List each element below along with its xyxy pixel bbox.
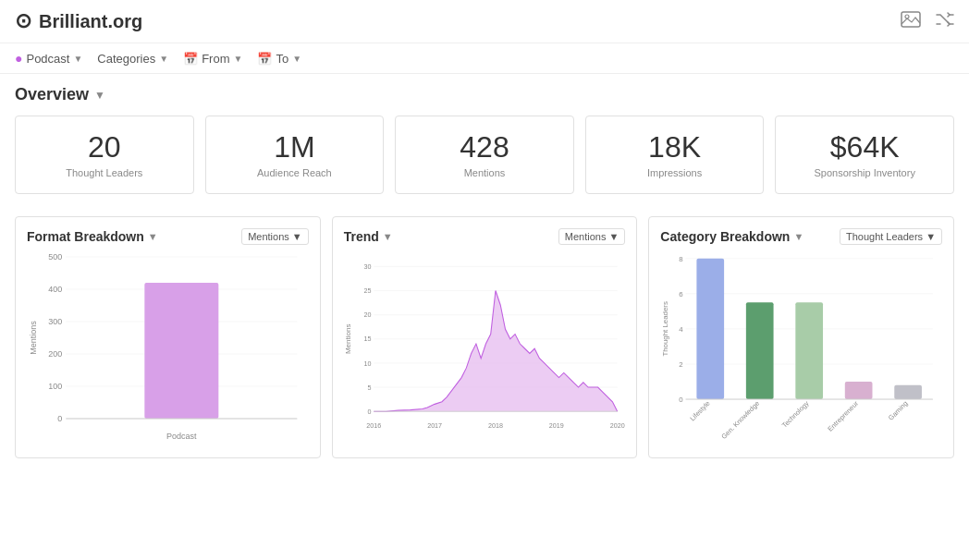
calendar-from-icon: 📅 — [183, 52, 198, 66]
svg-rect-49 — [746, 303, 774, 400]
svg-text:20: 20 — [363, 312, 371, 320]
svg-text:6: 6 — [680, 290, 684, 298]
podcast-label: Podcast — [26, 52, 69, 66]
format-breakdown-card: Format Breakdown ▼ Mentions ▼ 5004003002… — [15, 216, 321, 458]
format-breakdown-header: Format Breakdown ▼ Mentions ▼ — [27, 228, 309, 245]
header-actions — [901, 11, 954, 32]
stat-label: Sponsorship Inventory — [787, 167, 942, 178]
categories-label: Categories — [97, 52, 155, 66]
category-filter-icon: ▼ — [793, 231, 803, 242]
podcast-filter[interactable]: ● Podcast ▼ — [15, 51, 82, 66]
svg-text:30: 30 — [363, 263, 371, 271]
overview-section: Overview ▼ 20 Thought Leaders1M Audience… — [0, 74, 969, 216]
stat-value: $64K — [787, 131, 942, 164]
svg-text:Thought Leaders: Thought Leaders — [661, 301, 669, 356]
to-filter[interactable]: 📅 To ▼ — [257, 52, 301, 66]
stat-value: 20 — [27, 131, 182, 164]
svg-text:2019: 2019 — [549, 422, 564, 430]
svg-text:2020: 2020 — [609, 422, 624, 430]
podcast-arrow: ▼ — [73, 54, 82, 64]
svg-text:5: 5 — [367, 384, 371, 392]
svg-text:Mentions: Mentions — [29, 321, 38, 355]
svg-text:Lifestyle: Lifestyle — [689, 399, 712, 422]
to-label: To — [276, 52, 288, 66]
calendar-to-icon: 📅 — [257, 52, 272, 66]
stat-label: Thought Leaders — [27, 167, 182, 178]
svg-text:25: 25 — [363, 287, 371, 295]
podcast-icon: ● — [15, 51, 22, 66]
trend-mentions-dropdown[interactable]: Mentions ▼ — [558, 228, 626, 245]
stat-card-1: 1M Audience Reach — [205, 116, 385, 194]
stat-cards: 20 Thought Leaders1M Audience Reach428 M… — [15, 116, 954, 194]
trend-title: Trend ▼ — [344, 229, 393, 244]
svg-text:0: 0 — [57, 414, 62, 423]
to-arrow: ▼ — [292, 54, 301, 64]
header: ⊙ Brilliant.org — [0, 0, 969, 43]
dropdown-arrow: ▼ — [292, 231, 302, 242]
svg-text:100: 100 — [48, 382, 62, 391]
trend-filter-icon: ▼ — [383, 231, 393, 242]
stat-card-0: 20 Thought Leaders — [15, 116, 194, 194]
overview-label: Overview — [15, 85, 89, 104]
image-icon[interactable] — [901, 11, 921, 32]
stat-card-2: 428 Mentions — [395, 116, 574, 194]
svg-text:8: 8 — [680, 255, 684, 263]
trend-header: Trend ▼ Mentions ▼ — [344, 228, 626, 245]
category-breakdown-header: Category Breakdown ▼ Thought Leaders ▼ — [660, 228, 942, 245]
svg-text:15: 15 — [363, 336, 371, 344]
svg-text:500: 500 — [48, 252, 62, 262]
svg-text:0: 0 — [367, 408, 371, 416]
svg-text:10: 10 — [363, 360, 371, 368]
svg-text:Gen. Knowledge: Gen. Knowledge — [720, 399, 762, 441]
svg-rect-52 — [895, 385, 923, 399]
overview-title: Overview ▼ — [15, 85, 954, 104]
format-breakdown-title: Format Breakdown ▼ — [27, 229, 158, 244]
app-logo: ⊙ Brilliant.org — [15, 9, 901, 33]
category-breakdown-card: Category Breakdown ▼ Thought Leaders ▼ 8… — [648, 216, 954, 458]
svg-rect-51 — [845, 382, 873, 399]
svg-text:2018: 2018 — [488, 422, 503, 430]
svg-text:300: 300 — [48, 317, 62, 326]
stat-value: 1M — [217, 131, 373, 164]
categories-arrow: ▼ — [159, 54, 168, 64]
stat-card-3: 18K Impressions — [585, 116, 765, 194]
svg-text:Technology: Technology — [780, 399, 811, 430]
svg-rect-50 — [796, 303, 824, 400]
svg-text:Gaming: Gaming — [887, 399, 910, 422]
stat-label: Mentions — [407, 167, 562, 178]
svg-text:200: 200 — [48, 349, 62, 359]
svg-text:4: 4 — [680, 325, 684, 334]
svg-text:Entrepreneur: Entrepreneur — [827, 399, 861, 433]
from-filter[interactable]: 📅 From ▼ — [183, 52, 242, 66]
stat-label: Impressions — [597, 167, 753, 178]
format-filter-icon: ▼ — [148, 231, 158, 242]
stat-card-4: $64K Sponsorship Inventory — [775, 116, 954, 194]
svg-text:2017: 2017 — [427, 422, 442, 430]
svg-text:0: 0 — [680, 396, 684, 404]
charts-row: Format Breakdown ▼ Mentions ▼ 5004003002… — [0, 216, 969, 473]
svg-rect-48 — [697, 259, 725, 399]
svg-text:Podcast: Podcast — [166, 432, 197, 441]
app-title: Brilliant.org — [39, 11, 142, 32]
logo-icon: ⊙ — [15, 9, 31, 33]
stat-value: 428 — [407, 131, 562, 164]
dropdown-arrow: ▼ — [926, 231, 936, 242]
category-thought-leaders-dropdown[interactable]: Thought Leaders ▼ — [840, 228, 942, 245]
categories-filter[interactable]: Categories ▼ — [97, 52, 168, 66]
svg-rect-15 — [144, 283, 218, 419]
from-label: From — [202, 52, 229, 66]
stat-label: Audience Reach — [217, 167, 373, 178]
svg-text:400: 400 — [48, 285, 62, 294]
dropdown-arrow: ▼ — [608, 231, 619, 242]
toolbar: ● Podcast ▼ Categories ▼ 📅 From ▼ 📅 To ▼ — [0, 43, 969, 74]
svg-text:2: 2 — [680, 360, 683, 369]
from-arrow: ▼ — [233, 54, 242, 64]
shuffle-icon[interactable] — [936, 11, 954, 32]
format-mentions-dropdown[interactable]: Mentions ▼ — [241, 228, 309, 245]
svg-text:Mentions: Mentions — [344, 324, 352, 355]
svg-text:2016: 2016 — [366, 422, 381, 430]
category-breakdown-title: Category Breakdown ▼ — [660, 229, 803, 244]
stat-value: 18K — [597, 131, 753, 164]
trend-card: Trend ▼ Mentions ▼ 302520151050Mentions2… — [332, 216, 638, 458]
overview-filter-icon: ▼ — [94, 89, 105, 102]
